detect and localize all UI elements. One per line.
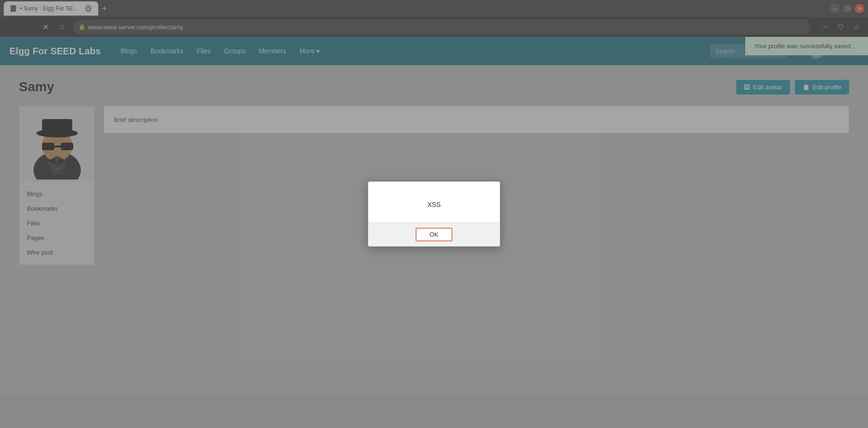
dialog-ok-button[interactable]: OK — [416, 228, 453, 241]
alert-dialog: XSS OK — [368, 181, 500, 247]
dialog-overlay: XSS OK — [0, 0, 868, 428]
app-container: Elgg For SEED Labs Blogs Bookmarks Files… — [0, 37, 868, 428]
dialog-body: XSS — [368, 182, 500, 223]
dialog-message: XSS — [427, 201, 441, 208]
dialog-footer: OK — [368, 223, 500, 246]
